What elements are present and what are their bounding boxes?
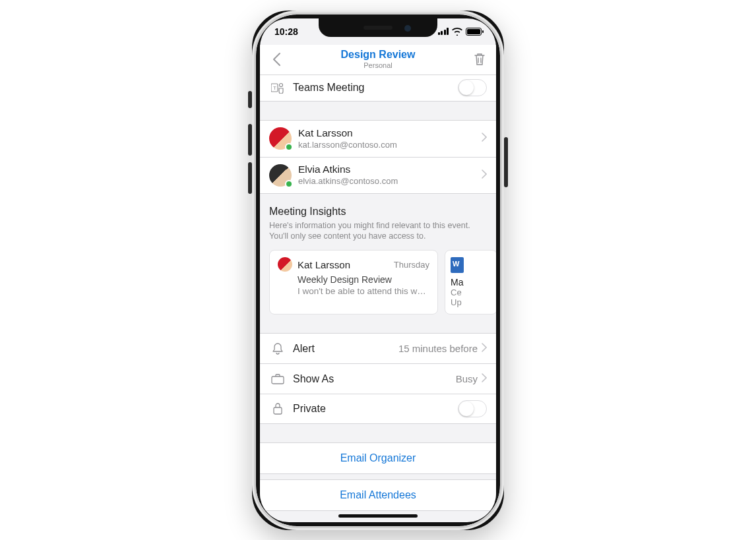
svg-point-2: [280, 84, 283, 87]
volume-up-button: [248, 124, 252, 156]
svg-rect-3: [272, 376, 284, 384]
phone-device-frame: 10:28 Design Review Personal: [252, 11, 504, 530]
show-as-row[interactable]: Show As Busy: [260, 363, 496, 394]
attendee-name: Kat Larsson: [298, 127, 397, 140]
insights-cards[interactable]: Kat Larsson Thursday Weekly Design Revie…: [260, 247, 496, 326]
insights-heading: Meeting Insights: [269, 206, 487, 218]
back-button[interactable]: [265, 45, 288, 75]
bell-icon: [269, 342, 286, 355]
battery-icon: [466, 28, 482, 36]
notch: [319, 18, 437, 37]
attendee-row[interactable]: Elvia Atkins elvia.atkins@contoso.com: [260, 157, 496, 194]
attendee-row[interactable]: Kat Larsson kat.larsson@contoso.com: [260, 120, 496, 157]
insight-doc-line: Up: [451, 297, 491, 307]
svg-rect-4: [274, 407, 282, 414]
page-title: Design Review: [341, 49, 416, 61]
spacer: [260, 424, 496, 442]
attendee-email: elvia.atkins@contoso.com: [298, 176, 398, 187]
private-toggle[interactable]: [458, 400, 487, 417]
phone-screen: 10:28 Design Review Personal: [260, 18, 496, 522]
power-button: [504, 137, 508, 187]
insights-section-header: Meeting Insights Here's information you …: [260, 194, 496, 248]
teams-meeting-label: Teams Meeting: [293, 82, 365, 94]
status-icons: [438, 28, 482, 36]
avatar: [269, 127, 292, 150]
insight-doc-title: Ma: [451, 277, 491, 287]
alert-label: Alert: [293, 343, 315, 355]
alert-row[interactable]: Alert 15 minutes before: [260, 333, 496, 363]
alert-value: 15 minutes before: [398, 343, 478, 354]
chevron-right-icon: [482, 343, 487, 355]
show-as-value: Busy: [456, 373, 478, 384]
cellular-icon: [438, 28, 449, 35]
insight-document-card[interactable]: Ma Ce Up: [445, 250, 496, 315]
chevron-right-icon: [482, 373, 487, 385]
delete-button[interactable]: [468, 45, 491, 75]
presence-available-icon: [285, 180, 293, 188]
word-document-icon: [451, 257, 464, 273]
header-title-block: Design Review Personal: [341, 49, 416, 69]
lock-icon: [269, 402, 286, 415]
content-scroll[interactable]: T Teams Meeting Kat Larsson kat.larsson@…: [260, 75, 496, 522]
page-subtitle: Personal: [341, 61, 416, 70]
show-as-label: Show As: [293, 373, 334, 385]
spacer: [260, 102, 496, 120]
teams-meeting-toggle[interactable]: [458, 79, 487, 96]
wifi-icon: [452, 28, 462, 36]
status-time: 10:28: [274, 26, 298, 37]
insight-subject: Weekly Design Review: [298, 274, 429, 285]
email-attendees-label: Email Attendees: [340, 489, 416, 501]
chevron-right-icon: [482, 133, 487, 144]
insight-preview: I won't be able to attend this w…: [298, 286, 429, 296]
trash-icon: [474, 53, 486, 66]
email-organizer-label: Email Organizer: [340, 452, 416, 464]
svg-text:T: T: [273, 85, 276, 91]
chevron-left-icon: [272, 52, 281, 67]
insight-email-card[interactable]: Kat Larsson Thursday Weekly Design Revie…: [269, 250, 438, 315]
insight-doc-line: Ce: [451, 287, 491, 297]
chevron-right-icon: [482, 169, 487, 181]
presence-available-icon: [285, 143, 293, 151]
insight-day: Thursday: [394, 260, 429, 270]
home-indicator[interactable]: [338, 514, 418, 518]
private-label: Private: [293, 403, 326, 415]
attendee-email: kat.larsson@contoso.com: [298, 140, 397, 150]
mute-switch: [248, 91, 252, 108]
spacer: [260, 326, 496, 333]
avatar: [269, 164, 292, 187]
attendee-name: Elvia Atkins: [298, 164, 398, 176]
email-attendees-button[interactable]: Email Attendees: [260, 479, 496, 511]
briefcase-icon: [269, 374, 286, 384]
insights-subheading: Here's information you might find releva…: [269, 220, 487, 243]
nav-header: Design Review Personal: [260, 45, 496, 75]
private-row: Private: [260, 394, 496, 424]
spacer: [260, 474, 496, 479]
avatar: [278, 257, 292, 272]
teams-meeting-row: T Teams Meeting: [260, 75, 496, 102]
email-organizer-button[interactable]: Email Organizer: [260, 442, 496, 474]
volume-down-button: [248, 162, 252, 194]
teams-icon: T: [269, 82, 286, 94]
insight-sender: Kat Larsson: [298, 259, 389, 270]
